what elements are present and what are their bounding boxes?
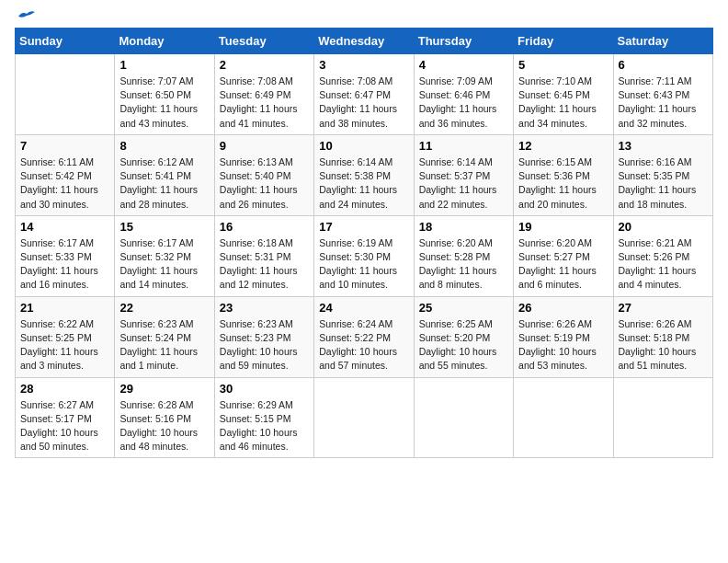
day-info: Sunrise: 6:27 AMSunset: 5:17 PMDaylight:… xyxy=(20,398,109,454)
day-info: Sunrise: 7:08 AMSunset: 6:49 PMDaylight:… xyxy=(220,75,309,131)
day-number: 13 xyxy=(619,139,708,153)
logo xyxy=(15,15,37,20)
calendar-cell: 19Sunrise: 6:20 AMSunset: 5:27 PMDayligh… xyxy=(514,215,613,296)
day-info: Sunrise: 6:14 AMSunset: 5:37 PMDaylight:… xyxy=(419,155,508,212)
day-info: Sunrise: 6:28 AMSunset: 5:16 PMDaylight:… xyxy=(119,398,209,454)
calendar-week-row: 14Sunrise: 6:17 AMSunset: 5:33 PMDayligh… xyxy=(16,215,713,296)
calendar-cell: 3Sunrise: 7:08 AMSunset: 6:47 PMDaylight… xyxy=(314,54,414,135)
day-number: 8 xyxy=(119,139,209,153)
day-info: Sunrise: 6:19 AMSunset: 5:30 PMDaylight:… xyxy=(319,236,408,293)
day-number: 25 xyxy=(419,301,508,315)
calendar-cell: 9Sunrise: 6:13 AMSunset: 5:40 PMDaylight… xyxy=(214,134,313,215)
calendar-cell: 15Sunrise: 6:17 AMSunset: 5:32 PMDayligh… xyxy=(115,215,214,296)
calendar-cell xyxy=(314,377,414,458)
day-info: Sunrise: 7:11 AMSunset: 6:43 PMDaylight:… xyxy=(619,75,708,131)
calendar-cell: 12Sunrise: 6:15 AMSunset: 5:36 PMDayligh… xyxy=(514,134,613,215)
day-number: 14 xyxy=(20,220,109,234)
calendar-header-saturday: Saturday xyxy=(613,29,712,54)
calendar-cell: 20Sunrise: 6:21 AMSunset: 5:26 PMDayligh… xyxy=(613,215,712,296)
calendar-cell: 24Sunrise: 6:24 AMSunset: 5:22 PMDayligh… xyxy=(314,296,414,377)
calendar-cell: 29Sunrise: 6:28 AMSunset: 5:16 PMDayligh… xyxy=(115,377,214,458)
calendar-header-row: SundayMondayTuesdayWednesdayThursdayFrid… xyxy=(16,29,713,54)
day-info: Sunrise: 6:13 AMSunset: 5:40 PMDaylight:… xyxy=(220,155,309,212)
day-number: 27 xyxy=(619,301,708,315)
day-number: 26 xyxy=(518,301,608,315)
calendar-cell xyxy=(414,377,513,458)
calendar-cell: 14Sunrise: 6:17 AMSunset: 5:33 PMDayligh… xyxy=(16,215,115,296)
calendar-cell: 5Sunrise: 7:10 AMSunset: 6:45 PMDaylight… xyxy=(514,54,613,135)
day-number: 11 xyxy=(419,139,508,153)
calendar-header-friday: Friday xyxy=(514,29,613,54)
calendar-cell: 1Sunrise: 7:07 AMSunset: 6:50 PMDaylight… xyxy=(115,54,214,135)
calendar-cell: 13Sunrise: 6:16 AMSunset: 5:35 PMDayligh… xyxy=(613,134,712,215)
calendar-cell: 26Sunrise: 6:26 AMSunset: 5:19 PMDayligh… xyxy=(514,296,613,377)
calendar-cell xyxy=(16,54,115,135)
day-info: Sunrise: 7:09 AMSunset: 6:46 PMDaylight:… xyxy=(419,75,508,131)
day-info: Sunrise: 6:12 AMSunset: 5:41 PMDaylight:… xyxy=(119,155,209,212)
day-info: Sunrise: 6:29 AMSunset: 5:15 PMDaylight:… xyxy=(220,398,309,454)
day-number: 6 xyxy=(619,58,708,72)
day-number: 10 xyxy=(319,139,408,153)
calendar-cell: 11Sunrise: 6:14 AMSunset: 5:37 PMDayligh… xyxy=(414,134,513,215)
day-number: 23 xyxy=(220,301,309,315)
calendar-cell: 4Sunrise: 7:09 AMSunset: 6:46 PMDaylight… xyxy=(414,54,513,135)
calendar-cell: 10Sunrise: 6:14 AMSunset: 5:38 PMDayligh… xyxy=(314,134,414,215)
calendar-header-sunday: Sunday xyxy=(16,29,115,54)
calendar-cell: 21Sunrise: 6:22 AMSunset: 5:25 PMDayligh… xyxy=(16,296,115,377)
day-info: Sunrise: 6:25 AMSunset: 5:20 PMDaylight:… xyxy=(419,317,508,373)
calendar-header-thursday: Thursday xyxy=(414,29,513,54)
calendar-cell: 27Sunrise: 6:26 AMSunset: 5:18 PMDayligh… xyxy=(613,296,712,377)
day-info: Sunrise: 6:20 AMSunset: 5:27 PMDaylight:… xyxy=(518,236,608,293)
day-info: Sunrise: 6:17 AMSunset: 5:32 PMDaylight:… xyxy=(119,236,209,293)
calendar-cell: 7Sunrise: 6:11 AMSunset: 5:42 PMDaylight… xyxy=(16,134,115,215)
logo-bird-icon xyxy=(17,9,37,24)
header xyxy=(15,15,713,20)
day-number: 19 xyxy=(518,220,608,234)
day-info: Sunrise: 6:20 AMSunset: 5:28 PMDaylight:… xyxy=(419,236,508,293)
day-info: Sunrise: 6:21 AMSunset: 5:26 PMDaylight:… xyxy=(619,236,708,293)
day-number: 30 xyxy=(220,382,309,396)
day-info: Sunrise: 6:18 AMSunset: 5:31 PMDaylight:… xyxy=(220,236,309,293)
day-number: 20 xyxy=(619,220,708,234)
day-info: Sunrise: 6:22 AMSunset: 5:25 PMDaylight:… xyxy=(20,317,109,373)
calendar-cell: 2Sunrise: 7:08 AMSunset: 6:49 PMDaylight… xyxy=(214,54,313,135)
calendar-cell: 25Sunrise: 6:25 AMSunset: 5:20 PMDayligh… xyxy=(414,296,513,377)
day-number: 12 xyxy=(518,139,608,153)
calendar-cell: 23Sunrise: 6:23 AMSunset: 5:23 PMDayligh… xyxy=(214,296,313,377)
day-number: 5 xyxy=(518,58,608,72)
calendar-cell xyxy=(613,377,712,458)
calendar-week-row: 7Sunrise: 6:11 AMSunset: 5:42 PMDaylight… xyxy=(16,134,713,215)
calendar-week-row: 28Sunrise: 6:27 AMSunset: 5:17 PMDayligh… xyxy=(16,377,713,458)
calendar-table: SundayMondayTuesdayWednesdayThursdayFrid… xyxy=(15,28,713,458)
calendar-cell: 30Sunrise: 6:29 AMSunset: 5:15 PMDayligh… xyxy=(214,377,313,458)
day-number: 24 xyxy=(319,301,408,315)
day-info: Sunrise: 6:15 AMSunset: 5:36 PMDaylight:… xyxy=(518,155,608,212)
calendar-cell xyxy=(514,377,613,458)
day-number: 21 xyxy=(20,301,109,315)
calendar-cell: 8Sunrise: 6:12 AMSunset: 5:41 PMDaylight… xyxy=(115,134,214,215)
day-info: Sunrise: 6:17 AMSunset: 5:33 PMDaylight:… xyxy=(20,236,109,293)
calendar-cell: 16Sunrise: 6:18 AMSunset: 5:31 PMDayligh… xyxy=(214,215,313,296)
day-number: 3 xyxy=(319,58,408,72)
day-number: 29 xyxy=(119,382,209,396)
day-number: 2 xyxy=(220,58,309,72)
day-info: Sunrise: 7:07 AMSunset: 6:50 PMDaylight:… xyxy=(119,75,209,131)
calendar-cell: 17Sunrise: 6:19 AMSunset: 5:30 PMDayligh… xyxy=(314,215,414,296)
day-number: 4 xyxy=(419,58,508,72)
day-info: Sunrise: 6:23 AMSunset: 5:24 PMDaylight:… xyxy=(119,317,209,373)
day-info: Sunrise: 6:26 AMSunset: 5:19 PMDaylight:… xyxy=(518,317,608,373)
calendar-cell: 28Sunrise: 6:27 AMSunset: 5:17 PMDayligh… xyxy=(16,377,115,458)
day-number: 9 xyxy=(220,139,309,153)
day-info: Sunrise: 7:10 AMSunset: 6:45 PMDaylight:… xyxy=(518,75,608,131)
day-number: 1 xyxy=(119,58,209,72)
day-number: 16 xyxy=(220,220,309,234)
day-info: Sunrise: 7:08 AMSunset: 6:47 PMDaylight:… xyxy=(319,75,408,131)
calendar-cell: 18Sunrise: 6:20 AMSunset: 5:28 PMDayligh… xyxy=(414,215,513,296)
day-number: 7 xyxy=(20,139,109,153)
day-number: 15 xyxy=(119,220,209,234)
day-info: Sunrise: 6:23 AMSunset: 5:23 PMDaylight:… xyxy=(220,317,309,373)
day-number: 18 xyxy=(419,220,508,234)
day-info: Sunrise: 6:14 AMSunset: 5:38 PMDaylight:… xyxy=(319,155,408,212)
day-info: Sunrise: 6:16 AMSunset: 5:35 PMDaylight:… xyxy=(619,155,708,212)
day-info: Sunrise: 6:26 AMSunset: 5:18 PMDaylight:… xyxy=(619,317,708,373)
